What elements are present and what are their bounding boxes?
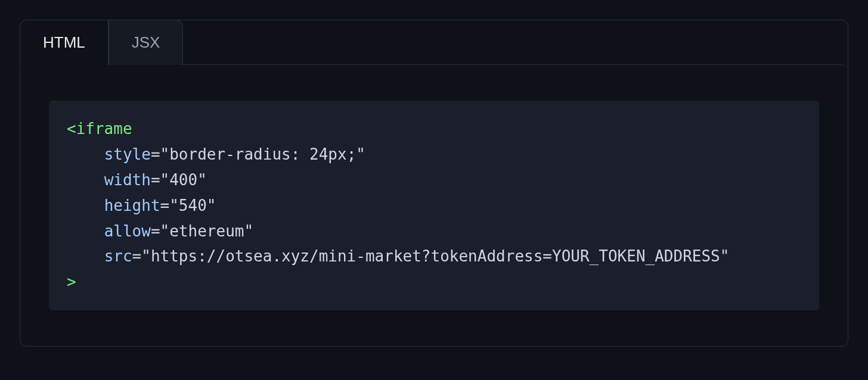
code-val-width: "400" bbox=[160, 171, 207, 189]
code-eq: = bbox=[151, 145, 160, 163]
code-val-allow: "ethereum" bbox=[160, 222, 254, 240]
code-val-style: "border-radius: 24px;" bbox=[160, 145, 365, 163]
code-block[interactable]: <iframe style="border-radius: 24px;" wid… bbox=[49, 101, 819, 310]
code-panel: HTML JSX <iframe style="border-radius: 2… bbox=[20, 20, 848, 347]
code-attr-style: style bbox=[104, 145, 151, 163]
code-attr-width: width bbox=[104, 171, 151, 189]
tabs-bar: HTML JSX bbox=[20, 20, 848, 65]
code-attr-allow: allow bbox=[104, 222, 151, 240]
code-tag-open: <iframe bbox=[67, 120, 132, 138]
code-attr-src: src bbox=[104, 247, 132, 265]
code-eq: = bbox=[151, 171, 160, 189]
code-attr-height: height bbox=[104, 197, 160, 214]
code-eq: = bbox=[151, 222, 160, 240]
code-eq: = bbox=[132, 247, 142, 265]
code-val-height: "540" bbox=[169, 197, 216, 214]
tab-content: <iframe style="border-radius: 24px;" wid… bbox=[20, 64, 848, 346]
code-val-src: "https://otsea.xyz/mini-market?tokenAddr… bbox=[141, 247, 729, 265]
code-eq: = bbox=[160, 197, 170, 214]
page-container: HTML JSX <iframe style="border-radius: 2… bbox=[0, 0, 868, 366]
tab-jsx[interactable]: JSX bbox=[108, 20, 184, 65]
tab-html[interactable]: HTML bbox=[20, 20, 108, 66]
code-tag-close: > bbox=[67, 273, 76, 291]
